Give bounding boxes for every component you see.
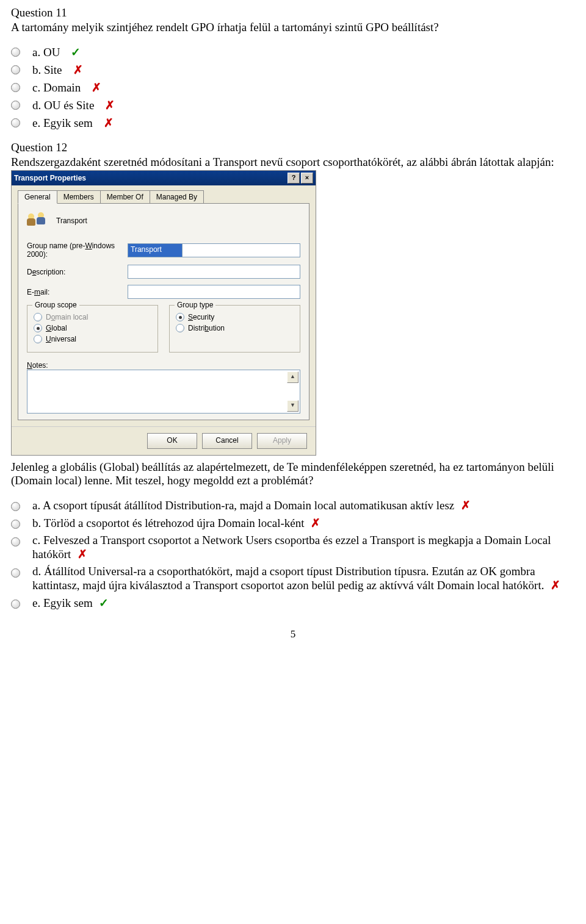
option-b: b. Törlöd a csoportot és létrehozod újra…: [32, 516, 575, 530]
group-name-input[interactable]: Transport: [128, 243, 183, 257]
option-d: d. Átállítod Universal-ra a csoporthatók…: [32, 565, 575, 592]
label-group-name: Group name (pre-Windows 2000):: [27, 242, 128, 259]
transport-properties-dialog: Transport Properties ? × General Members…: [11, 170, 316, 456]
radio-global[interactable]: [34, 324, 42, 332]
label-notes: Notes:: [27, 361, 300, 370]
radio-icon[interactable]: [11, 65, 20, 74]
group-type-fieldset: Group type Security Distribution: [169, 305, 300, 353]
tab-members[interactable]: Members: [57, 190, 101, 203]
scroll-up-icon[interactable]: ▲: [287, 371, 298, 383]
radio-icon[interactable]: [11, 600, 20, 609]
cross-icon: ✗: [105, 98, 115, 112]
radio-universal[interactable]: [34, 335, 42, 343]
cross-icon: ✗: [73, 63, 83, 77]
option-c: c. Domain: [32, 81, 81, 95]
dialog-title: Transport Properties: [14, 174, 286, 182]
question-12-after-text: Jelenleg a globális (Global) beállítás a…: [11, 460, 575, 487]
group-scope-legend: Group scope: [32, 301, 79, 309]
label-description: Description:: [27, 268, 128, 276]
radio-distribution[interactable]: [176, 324, 184, 332]
label-email: E-mail:: [27, 288, 128, 296]
scope-universal: Universal: [46, 335, 76, 343]
notes-textarea[interactable]: ▲ ▼: [27, 370, 300, 414]
radio-icon[interactable]: [11, 537, 20, 546]
cross-icon: ✗: [78, 547, 87, 561]
ok-button[interactable]: OK: [147, 433, 197, 449]
description-input[interactable]: [128, 265, 300, 279]
radio-icon[interactable]: [11, 48, 20, 57]
radio-icon[interactable]: [11, 118, 20, 127]
scroll-down-icon[interactable]: ▼: [287, 400, 298, 412]
cross-icon: ✗: [311, 516, 320, 530]
dialog-button-row: OK Cancel Apply: [12, 426, 316, 455]
cross-icon: ✗: [92, 81, 101, 95]
option-d: d. OU és Site: [32, 99, 94, 112]
close-button[interactable]: ×: [301, 173, 313, 184]
group-display-name: Transport: [56, 217, 87, 225]
option-a: a. A csoport típusát átállítod Distribut…: [32, 498, 575, 512]
question-11-options: a. OU ✓ b. Site ✗ c. Domain ✗ d. OU és S…: [11, 45, 575, 130]
radio-icon[interactable]: [11, 520, 20, 529]
tab-content-general: Transport Group name (pre-Windows 2000):…: [18, 204, 309, 420]
question-12-options: a. A csoport típusát átállítod Distribut…: [11, 498, 575, 610]
question-12-text: Rendszergazdaként szeretnéd módosítani a…: [11, 156, 575, 169]
option-a: a. OU: [32, 46, 60, 59]
radio-icon[interactable]: [11, 568, 20, 578]
dialog-tabs: General Members Member Of Managed By: [18, 190, 309, 204]
tab-general[interactable]: General: [18, 190, 57, 204]
question-12-title: Question 12: [11, 141, 575, 154]
radio-icon[interactable]: [11, 83, 20, 92]
radio-security[interactable]: [176, 313, 184, 321]
check-icon: ✓: [71, 45, 81, 59]
cross-icon: ✗: [104, 116, 114, 130]
option-c: c. Felveszed a Transport csoportot a Net…: [32, 534, 575, 561]
group-icon: [27, 212, 48, 229]
option-e: e. Egyik sem ✓: [32, 596, 575, 610]
cross-icon: ✗: [461, 498, 471, 512]
dialog-titlebar: Transport Properties ? ×: [12, 171, 316, 185]
page-number: 5: [11, 628, 575, 640]
type-security: Security: [188, 313, 214, 321]
tab-managed-by[interactable]: Managed By: [150, 190, 204, 203]
type-distribution: Distribution: [188, 324, 225, 332]
radio-domain-local: [34, 313, 42, 321]
check-icon: ✓: [99, 596, 109, 610]
cross-icon: ✗: [551, 578, 560, 592]
radio-icon[interactable]: [11, 502, 20, 511]
radio-icon[interactable]: [11, 101, 20, 110]
group-type-legend: Group type: [175, 301, 215, 309]
option-e: e. Egyik sem: [32, 116, 93, 130]
group-name-input-rest[interactable]: [182, 243, 300, 257]
help-button[interactable]: ?: [288, 173, 300, 184]
scope-global: Global: [46, 324, 67, 332]
scope-domain-local: Domain local: [46, 313, 88, 321]
option-b: b. Site: [32, 63, 62, 77]
tab-member-of[interactable]: Member Of: [100, 190, 150, 203]
question-11-text: A tartomány melyik szintjéhez rendelt GP…: [11, 21, 575, 34]
question-11-title: Question 11: [11, 6, 575, 20]
group-scope-fieldset: Group scope Domain local Global Universa…: [27, 305, 158, 353]
apply-button[interactable]: Apply: [257, 433, 307, 449]
email-input[interactable]: [128, 285, 300, 299]
cancel-button[interactable]: Cancel: [202, 433, 252, 449]
